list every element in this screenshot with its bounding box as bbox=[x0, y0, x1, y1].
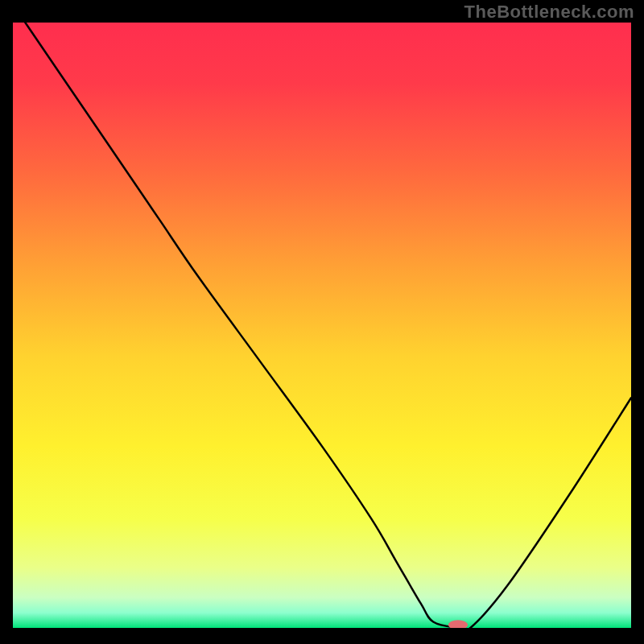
watermark-text: TheBottleneck.com bbox=[464, 2, 634, 23]
left-border bbox=[0, 0, 13, 644]
chart-canvas bbox=[0, 0, 644, 644]
right-border bbox=[631, 0, 644, 644]
bottom-border bbox=[0, 628, 644, 644]
chart-frame: TheBottleneck.com bbox=[0, 0, 644, 644]
plot-background bbox=[13, 23, 631, 628]
